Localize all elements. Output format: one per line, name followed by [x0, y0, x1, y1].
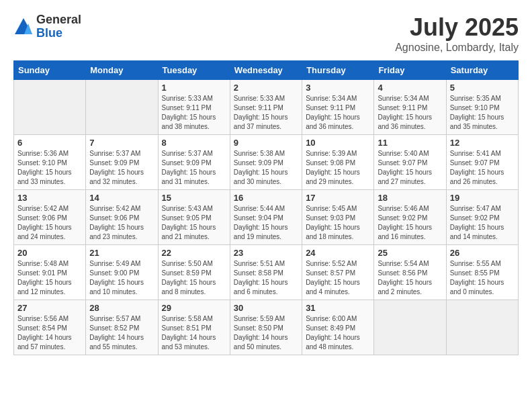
day-number: 26: [450, 248, 515, 258]
calendar-table: SundayMondayTuesdayWednesdayThursdayFrid…: [13, 60, 519, 355]
day-info: Sunrise: 5:33 AMSunset: 9:11 PMDaylight:…: [234, 94, 298, 132]
calendar-cell: 31Sunrise: 6:00 AMSunset: 8:49 PMDayligh…: [302, 300, 374, 355]
day-info: Sunrise: 5:57 AMSunset: 8:52 PMDaylight:…: [89, 314, 154, 352]
calendar-cell: 14Sunrise: 5:42 AMSunset: 9:06 PMDayligh…: [86, 190, 158, 245]
day-info: Sunrise: 5:36 AMSunset: 9:10 PMDaylight:…: [17, 149, 82, 187]
header-day-wednesday: Wednesday: [230, 61, 302, 80]
header-row: SundayMondayTuesdayWednesdayThursdayFrid…: [14, 61, 519, 80]
day-info: Sunrise: 5:42 AMSunset: 9:06 PMDaylight:…: [89, 204, 154, 242]
day-number: 22: [162, 248, 226, 258]
day-info: Sunrise: 5:45 AMSunset: 9:03 PMDaylight:…: [306, 204, 370, 242]
location-title: Agnosine, Lombardy, Italy: [395, 42, 519, 54]
day-number: 27: [17, 303, 82, 313]
day-number: 23: [234, 248, 298, 258]
calendar-cell: 6Sunrise: 5:36 AMSunset: 9:10 PMDaylight…: [14, 135, 86, 190]
day-number: 28: [89, 303, 154, 313]
header-day-monday: Monday: [86, 61, 158, 80]
day-number: 1: [162, 83, 226, 93]
day-info: Sunrise: 5:37 AMSunset: 9:09 PMDaylight:…: [89, 149, 154, 187]
calendar-week-3: 13Sunrise: 5:42 AMSunset: 9:06 PMDayligh…: [14, 190, 519, 245]
title-block: July 2025 Agnosine, Lombardy, Italy: [395, 13, 519, 54]
day-number: 9: [234, 138, 298, 148]
day-number: 11: [378, 138, 442, 148]
calendar-cell: 30Sunrise: 5:59 AMSunset: 8:50 PMDayligh…: [230, 300, 302, 355]
day-number: 8: [162, 138, 226, 148]
calendar-header: SundayMondayTuesdayWednesdayThursdayFrid…: [14, 61, 519, 80]
calendar-cell: 22Sunrise: 5:50 AMSunset: 8:59 PMDayligh…: [158, 245, 230, 300]
day-number: 29: [162, 303, 226, 313]
day-info: Sunrise: 5:34 AMSunset: 9:11 PMDaylight:…: [306, 94, 370, 132]
calendar-week-5: 27Sunrise: 5:56 AMSunset: 8:54 PMDayligh…: [14, 300, 519, 355]
header-day-friday: Friday: [374, 61, 446, 80]
day-info: Sunrise: 5:41 AMSunset: 9:07 PMDaylight:…: [450, 149, 515, 187]
day-info: Sunrise: 5:49 AMSunset: 9:00 PMDaylight:…: [89, 259, 154, 297]
calendar-cell: 10Sunrise: 5:39 AMSunset: 9:08 PMDayligh…: [302, 135, 374, 190]
calendar-cell: 2Sunrise: 5:33 AMSunset: 9:11 PMDaylight…: [230, 80, 302, 135]
logo-icon: [13, 17, 34, 37]
day-info: Sunrise: 5:58 AMSunset: 8:51 PMDaylight:…: [162, 314, 226, 352]
logo-general: General: [36, 13, 81, 27]
calendar-cell: 23Sunrise: 5:51 AMSunset: 8:58 PMDayligh…: [230, 245, 302, 300]
calendar-cell: 21Sunrise: 5:49 AMSunset: 9:00 PMDayligh…: [86, 245, 158, 300]
calendar-cell: 17Sunrise: 5:45 AMSunset: 9:03 PMDayligh…: [302, 190, 374, 245]
calendar-cell: 13Sunrise: 5:42 AMSunset: 9:06 PMDayligh…: [14, 190, 86, 245]
day-info: Sunrise: 5:51 AMSunset: 8:58 PMDaylight:…: [234, 259, 298, 297]
day-number: 17: [306, 193, 370, 203]
header-day-thursday: Thursday: [302, 61, 374, 80]
day-info: Sunrise: 5:42 AMSunset: 9:06 PMDaylight:…: [17, 204, 82, 242]
day-number: 18: [378, 193, 442, 203]
logo-blue: Blue: [36, 27, 81, 40]
calendar-cell: 19Sunrise: 5:47 AMSunset: 9:02 PMDayligh…: [446, 190, 518, 245]
calendar-cell: 8Sunrise: 5:37 AMSunset: 9:09 PMDaylight…: [158, 135, 230, 190]
day-info: Sunrise: 5:40 AMSunset: 9:07 PMDaylight:…: [378, 149, 442, 187]
day-info: Sunrise: 6:00 AMSunset: 8:49 PMDaylight:…: [306, 314, 370, 352]
calendar-cell: 28Sunrise: 5:57 AMSunset: 8:52 PMDayligh…: [86, 300, 158, 355]
day-info: Sunrise: 5:47 AMSunset: 9:02 PMDaylight:…: [450, 204, 515, 242]
page-header: General Blue July 2025 Agnosine, Lombard…: [13, 13, 519, 54]
calendar-week-2: 6Sunrise: 5:36 AMSunset: 9:10 PMDaylight…: [14, 135, 519, 190]
calendar-cell: 3Sunrise: 5:34 AMSunset: 9:11 PMDaylight…: [302, 80, 374, 135]
day-number: 13: [17, 193, 82, 203]
day-number: 16: [234, 193, 298, 203]
day-number: 10: [306, 138, 370, 148]
logo-text: General Blue: [36, 13, 81, 40]
day-number: 6: [17, 138, 82, 148]
day-number: 4: [378, 83, 442, 93]
day-info: Sunrise: 5:44 AMSunset: 9:04 PMDaylight:…: [234, 204, 298, 242]
calendar-cell: 5Sunrise: 5:35 AMSunset: 9:10 PMDaylight…: [446, 80, 518, 135]
calendar-cell: [374, 300, 446, 355]
day-info: Sunrise: 5:50 AMSunset: 8:59 PMDaylight:…: [162, 259, 226, 297]
calendar-cell: 20Sunrise: 5:48 AMSunset: 9:01 PMDayligh…: [14, 245, 86, 300]
day-number: 31: [306, 303, 370, 313]
calendar-cell: 7Sunrise: 5:37 AMSunset: 9:09 PMDaylight…: [86, 135, 158, 190]
calendar-cell: [86, 80, 158, 135]
calendar-cell: 9Sunrise: 5:38 AMSunset: 9:09 PMDaylight…: [230, 135, 302, 190]
header-day-saturday: Saturday: [446, 61, 518, 80]
day-number: 24: [306, 248, 370, 258]
calendar-week-1: 1Sunrise: 5:33 AMSunset: 9:11 PMDaylight…: [14, 80, 519, 135]
day-number: 2: [234, 83, 298, 93]
day-number: 14: [89, 193, 154, 203]
month-title: July 2025: [395, 13, 519, 42]
calendar-cell: 26Sunrise: 5:55 AMSunset: 8:55 PMDayligh…: [446, 245, 518, 300]
calendar-cell: 24Sunrise: 5:52 AMSunset: 8:57 PMDayligh…: [302, 245, 374, 300]
day-number: 5: [450, 83, 515, 93]
calendar-cell: 18Sunrise: 5:46 AMSunset: 9:02 PMDayligh…: [374, 190, 446, 245]
logo: General Blue: [13, 13, 81, 40]
calendar-cell: 27Sunrise: 5:56 AMSunset: 8:54 PMDayligh…: [14, 300, 86, 355]
day-info: Sunrise: 5:38 AMSunset: 9:09 PMDaylight:…: [234, 149, 298, 187]
day-info: Sunrise: 5:59 AMSunset: 8:50 PMDaylight:…: [234, 314, 298, 352]
day-number: 19: [450, 193, 515, 203]
calendar-cell: 12Sunrise: 5:41 AMSunset: 9:07 PMDayligh…: [446, 135, 518, 190]
day-number: 3: [306, 83, 370, 93]
day-info: Sunrise: 5:52 AMSunset: 8:57 PMDaylight:…: [306, 259, 370, 297]
day-info: Sunrise: 5:46 AMSunset: 9:02 PMDaylight:…: [378, 204, 442, 242]
calendar-cell: [14, 80, 86, 135]
calendar-cell: 16Sunrise: 5:44 AMSunset: 9:04 PMDayligh…: [230, 190, 302, 245]
day-number: 15: [162, 193, 226, 203]
day-info: Sunrise: 5:39 AMSunset: 9:08 PMDaylight:…: [306, 149, 370, 187]
day-number: 12: [450, 138, 515, 148]
calendar-cell: [446, 300, 518, 355]
calendar-cell: 11Sunrise: 5:40 AMSunset: 9:07 PMDayligh…: [374, 135, 446, 190]
calendar-week-4: 20Sunrise: 5:48 AMSunset: 9:01 PMDayligh…: [14, 245, 519, 300]
